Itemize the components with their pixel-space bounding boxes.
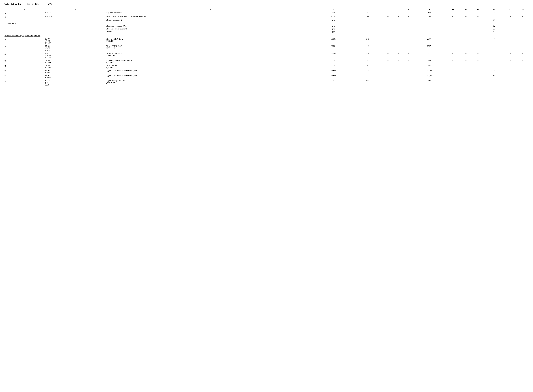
table-row: в том числе:: [4, 22, 529, 24]
cell-col2: ЩО-975-I2: [45, 11, 106, 15]
cell-col13: 5: [484, 79, 504, 86]
cell-col9: I0,7I: [413, 52, 445, 59]
cell-col13: 273: [484, 30, 504, 33]
cell-col8: –: [403, 28, 413, 30]
cell-col4: I000м: [315, 37, 352, 45]
cell-col7: –: [393, 52, 403, 59]
cell-col14: –: [504, 15, 516, 19]
cell-col12: –: [472, 79, 484, 86]
cell-col14: –: [504, 59, 516, 64]
cell-col3: То же, ПТПЭ–2х0,6II,60 х I,II6: [106, 45, 315, 52]
cell-col6: –: [383, 37, 393, 45]
cell-col11: –: [460, 74, 472, 79]
cell-col11: –: [460, 24, 472, 28]
cell-col2: I5–09т.7-03IK=I,II6: [45, 37, 106, 45]
cell-col5: 0,08: [352, 15, 383, 19]
cell-col1: [4, 24, 45, 28]
table-row: I3I5–09т.7-03IK=I,II6Провод ПТПЭ–2х1,2I8…: [4, 37, 529, 45]
cell-col12: –: [472, 69, 484, 74]
cell-col9: 0,22: [413, 59, 445, 64]
cell-col5: 7: [352, 59, 383, 64]
header-album: Альбом VII ч. 2 Т.II.: [4, 3, 22, 5]
table-row: I805-03п.80097Трубы Д=25 мм из поливинил…: [4, 69, 529, 74]
table-row: Накладные расходы 80 %руб––––––––62––: [4, 24, 529, 28]
cell-col11: –: [460, 52, 472, 59]
cell-col9: I2,95: [413, 45, 445, 52]
cell-col1: I5: [4, 52, 45, 59]
cell-col11: –: [460, 79, 472, 86]
cell-col1: I6: [4, 59, 45, 64]
cell-col6: –: [383, 64, 393, 69]
cell-col7: –: [393, 15, 403, 19]
cell-col1: [4, 30, 45, 33]
cell-col5: 0,I0: [352, 69, 383, 74]
col-header-8: 8: [403, 8, 413, 11]
cell-col9: –: [413, 24, 445, 28]
table-row: I6То же,п.I-244Коробка разветвительная Я…: [4, 59, 529, 64]
cell-col7: –: [393, 45, 403, 52]
col-header-10: IO: [445, 8, 460, 11]
cell-col9: –: [413, 30, 445, 33]
cell-col1: 20: [4, 79, 45, 86]
cell-col4: 100шт: [315, 15, 352, 19]
cell-col13: 24: [484, 69, 504, 74]
cell-col10: –: [445, 11, 460, 15]
cell-col3: Трубы Д=40 мм из поливинилхлорида: [106, 74, 315, 79]
cell-col5: 0,I2: [352, 52, 383, 59]
cell-col10: –: [445, 74, 460, 79]
cell-col2: [45, 24, 106, 28]
cell-col4: шт: [315, 59, 352, 64]
header-dash1: –: [43, 3, 44, 5]
cell-col11: –: [460, 69, 472, 74]
cell-col15: –: [516, 52, 529, 59]
cell-col9: 0,26: [413, 64, 445, 69]
cell-col1: I7: [4, 64, 45, 69]
table-row: IIЩО-975-I2Коробка оконечнаяшт8–––0,4I––…: [4, 11, 529, 15]
cell-col15: –: [516, 28, 529, 30]
table-row: I7То же,п.I-243То же, ЯК-2Р0,I5 х I,32шт…: [4, 64, 529, 69]
cell-col12: –: [472, 45, 484, 52]
table-row: Раздел 3. Материалы, не учтенные ценнико…: [4, 33, 529, 37]
cell-col8: –: [403, 37, 413, 45]
cell-col6: –: [383, 15, 393, 19]
cell-col4: шт: [315, 11, 352, 15]
cell-col3: То же, ЯК-2Р0,I5 х I,32: [106, 64, 315, 69]
cell-col13: 87: [484, 74, 504, 79]
cell-col13: 20: [484, 28, 504, 30]
cell-col10: –: [445, 79, 460, 86]
sub-label: в том числе:: [4, 22, 529, 24]
cell-col13: 3: [484, 11, 504, 15]
cell-col1: [4, 19, 45, 22]
cell-col4: руб: [315, 24, 352, 28]
cell-col14: –: [504, 28, 516, 30]
cell-col7: –: [393, 64, 403, 69]
cell-col4: шт: [315, 64, 352, 69]
cell-col14: –: [504, 79, 516, 86]
cell-col14: –: [504, 52, 516, 59]
cell-col14: –: [504, 64, 516, 69]
cell-col10: –: [445, 24, 460, 28]
cell-col14: –: [504, 69, 516, 74]
cell-col11: –: [460, 64, 472, 69]
cell-col11: –: [460, 59, 472, 64]
cell-col4: I000пм: [315, 69, 352, 74]
table-row: I5I5-09т.7-029K=I,II6То же, ТРП–I,2х0,59…: [4, 52, 529, 59]
cell-col12: –: [472, 37, 484, 45]
col-header-1: 1: [4, 8, 45, 11]
cell-col13: 3: [484, 37, 504, 45]
cell-col5: I: [352, 64, 383, 69]
cell-col12: –: [472, 74, 484, 79]
table-row: Итогоруб––––––––273––: [4, 30, 529, 33]
table-row: I4I5–09т.7-03IK=I,II6То же, ПТПЭ–2х0,6II…: [4, 45, 529, 52]
cell-col7: –: [393, 19, 403, 22]
table-row: Итого по разделу 2руб––––––––I9I––: [4, 19, 529, 22]
col-header-11: II: [460, 8, 472, 11]
cell-col11: –: [460, 30, 472, 33]
cell-col5: I5,0: [352, 79, 383, 86]
cell-col2: [45, 19, 106, 22]
cell-col6: –: [383, 52, 393, 59]
cell-col2: То же,п.I-244: [45, 59, 106, 64]
cell-col1: [4, 28, 45, 30]
cell-col7: –: [393, 79, 403, 86]
cell-col9: 0,4I: [413, 11, 445, 15]
